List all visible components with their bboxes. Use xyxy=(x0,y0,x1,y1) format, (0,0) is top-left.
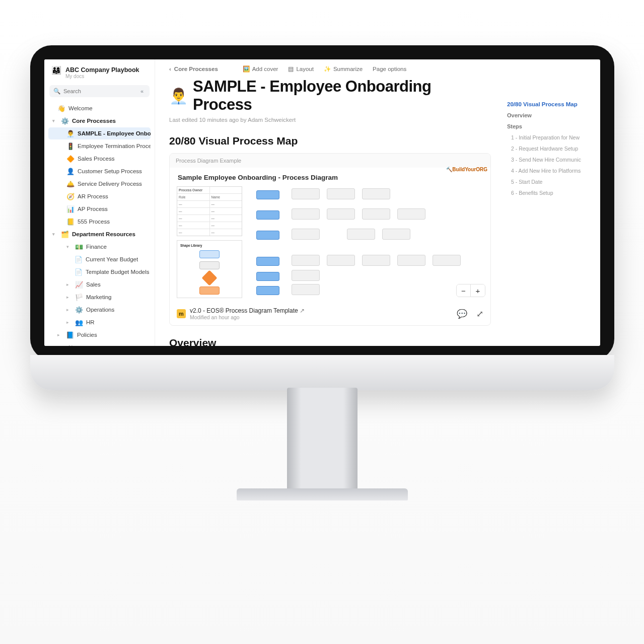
search-input[interactable] xyxy=(63,88,135,94)
outline-item-overview[interactable]: Overview xyxy=(506,110,592,121)
plus-icon: + xyxy=(57,344,65,346)
folder-icon: 🗂️ xyxy=(61,231,68,238)
zoom-controls: − + xyxy=(456,284,485,297)
outline-step-6[interactable]: 6 - Benefits Setup xyxy=(506,187,592,198)
page-title-row: 👨‍💼 SAMPLE - Employee Onboarding Process xyxy=(169,78,491,114)
watermark: 🔨BuildYourORG xyxy=(446,167,487,172)
sparkle-icon: ✨ xyxy=(324,65,331,73)
search-icon: 🔍 xyxy=(53,88,60,95)
section-overview-heading: Overview xyxy=(169,337,491,346)
comment-icon[interactable]: 💬 xyxy=(457,309,467,319)
process-diagram-embed: Process Diagram Example Sample Employee … xyxy=(169,153,491,326)
main-content: ‹Core Processes 🖼️Add cover ▤Layout ✨Sum… xyxy=(155,59,502,346)
image-icon: 🖼️ xyxy=(243,65,250,73)
page-icon: 📄 xyxy=(75,256,82,263)
embed-footer: m v2.0 - EOS® Process Diagram Template ↗… xyxy=(170,302,490,325)
page-icon: 📄 xyxy=(75,268,82,276)
expand-icon[interactable]: ⤢ xyxy=(476,309,483,319)
nav-sales[interactable]: ▸📈Sales xyxy=(48,278,151,291)
layout-icon: ▤ xyxy=(288,65,294,73)
nav-operations[interactable]: ▸⚙️Operations xyxy=(48,304,151,316)
chevron-right-icon: ▸ xyxy=(57,332,62,337)
zoom-out-button[interactable]: − xyxy=(457,284,471,297)
chevron-down-icon: ▾ xyxy=(52,232,57,237)
chevron-down-icon: ▾ xyxy=(52,118,57,123)
nav-core-item-4[interactable]: 🛎️Service Delivery Process xyxy=(48,178,151,190)
miro-icon: m xyxy=(177,309,186,318)
nav-finance[interactable]: ▾ 💵 Finance xyxy=(48,241,151,253)
outline-item-steps[interactable]: Steps xyxy=(506,121,592,132)
book-icon: 📘 xyxy=(66,331,74,339)
summarize-button[interactable]: ✨Summarize xyxy=(324,65,363,73)
nav-core-item-5[interactable]: 🧭AR Process xyxy=(48,190,151,202)
workspace-title: ABC Company Playbook xyxy=(65,66,139,74)
nav-core-item-3[interactable]: 👤Customer Setup Process xyxy=(48,165,151,177)
chevron-right-icon: ▸ xyxy=(66,295,71,300)
outline-step-4[interactable]: 4 - Add New Hire to Platforms xyxy=(506,165,592,176)
outline-step-1[interactable]: 1 - Initial Preparation for New xyxy=(506,132,592,143)
nav-finance-item-1[interactable]: 📄Template Budget Models xyxy=(48,266,151,278)
legend-table: Process Owner RoleName —— —— —— —— —— xyxy=(177,186,242,236)
chevron-left-icon: ‹ xyxy=(169,66,171,72)
diagram-title: Sample Employee Onboarding - Process Dia… xyxy=(177,173,483,186)
external-link-icon[interactable]: ↗ xyxy=(300,307,305,314)
nav-core-processes[interactable]: ▾ ⚙️ Core Processes xyxy=(48,115,151,127)
workspace-subtitle: My docs xyxy=(65,74,139,79)
search-field[interactable]: 🔍 « xyxy=(49,85,150,97)
flow-lanes xyxy=(251,186,483,297)
money-icon: 💵 xyxy=(75,243,83,251)
breadcrumb-back[interactable]: ‹Core Processes xyxy=(169,66,218,72)
layout-button[interactable]: ▤Layout xyxy=(288,65,314,73)
gear-icon: ⚙️ xyxy=(75,306,83,314)
outline-step-3[interactable]: 3 - Send New Hire Communic xyxy=(506,154,592,165)
shape-library: Shape Library xyxy=(177,240,242,298)
add-cover-button[interactable]: 🖼️Add cover xyxy=(243,65,278,73)
flag-icon: 🏳️ xyxy=(75,294,83,301)
page-options-button[interactable]: Page options xyxy=(373,66,406,72)
outline-item-map[interactable]: 20/80 Visual Process Map xyxy=(506,99,592,110)
chevron-down-icon: ▾ xyxy=(66,244,71,249)
nav-core-item-2[interactable]: 🔶Sales Process xyxy=(48,153,151,165)
nav-new-page[interactable]: +New page xyxy=(48,341,151,346)
outline-step-2[interactable]: 2 - Request Hardware Setup xyxy=(506,143,592,154)
nav-welcome[interactable]: 👋 Welcome xyxy=(48,102,151,114)
outline-panel: 20/80 Visual Process Map Overview Steps … xyxy=(502,59,600,346)
chevron-right-icon: ▸ xyxy=(66,307,71,312)
outline-step-5[interactable]: 5 - Start Date xyxy=(506,176,592,187)
embed-caption: Process Diagram Example xyxy=(170,154,490,168)
gear-icon: ⚙️ xyxy=(61,117,68,125)
nav-core-item-6[interactable]: 📊AP Process xyxy=(48,203,151,215)
collapse-sidebar-button[interactable]: « xyxy=(138,88,146,94)
nav-tree: 👋 Welcome ▾ ⚙️ Core Processes 👨‍💼SAMPLE … xyxy=(48,102,151,346)
workspace-header[interactable]: 👨‍👩‍👧 ABC Company Playbook My docs xyxy=(48,64,151,83)
sidebar: 👨‍👩‍👧 ABC Company Playbook My docs 🔍 « 👋… xyxy=(44,59,155,346)
diagram-canvas[interactable]: Process Owner RoleName —— —— —— —— —— xyxy=(177,186,483,297)
nav-policies[interactable]: ▸📘Policies xyxy=(48,329,151,341)
section-map-heading: 20/80 Visual Process Map xyxy=(169,135,491,147)
chevron-right-icon: ▸ xyxy=(66,282,71,287)
embed-body[interactable]: Sample Employee Onboarding - Process Dia… xyxy=(170,168,490,302)
chevron-right-icon: ▸ xyxy=(66,320,71,325)
nav-dept-resources[interactable]: ▾ 🗂️ Department Resources xyxy=(48,228,151,240)
nav-hr[interactable]: ▸👥HR xyxy=(48,316,151,328)
embed-link-title[interactable]: v2.0 - EOS® Process Diagram Template xyxy=(190,307,298,314)
workspace-icon: 👨‍👩‍👧 xyxy=(51,66,61,75)
embed-modified-label: Modified an hour ago xyxy=(190,314,305,320)
nav-core-item-7[interactable]: 📒555 Process xyxy=(48,216,151,228)
chart-icon: 📈 xyxy=(75,281,83,289)
page-emoji[interactable]: 👨‍💼 xyxy=(169,87,188,105)
wave-icon: 👋 xyxy=(57,105,65,112)
nav-marketing[interactable]: ▸🏳️Marketing xyxy=(48,291,151,303)
people-icon: 👥 xyxy=(75,319,83,326)
zoom-in-button[interactable]: + xyxy=(471,284,485,297)
page-toolbar: ‹Core Processes 🖼️Add cover ▤Layout ✨Sum… xyxy=(169,64,491,78)
page-title[interactable]: SAMPLE - Employee Onboarding Process xyxy=(193,78,491,114)
nav-core-item-1[interactable]: 🚦Employee Termination Process xyxy=(48,140,151,152)
last-edited-label: Last edited 10 minutes ago by Adam Schwe… xyxy=(169,114,491,133)
nav-core-item-0[interactable]: 👨‍💼SAMPLE - Employee Onboarding Proce xyxy=(48,127,151,139)
nav-finance-item-0[interactable]: 📄Current Year Budget xyxy=(48,253,151,265)
